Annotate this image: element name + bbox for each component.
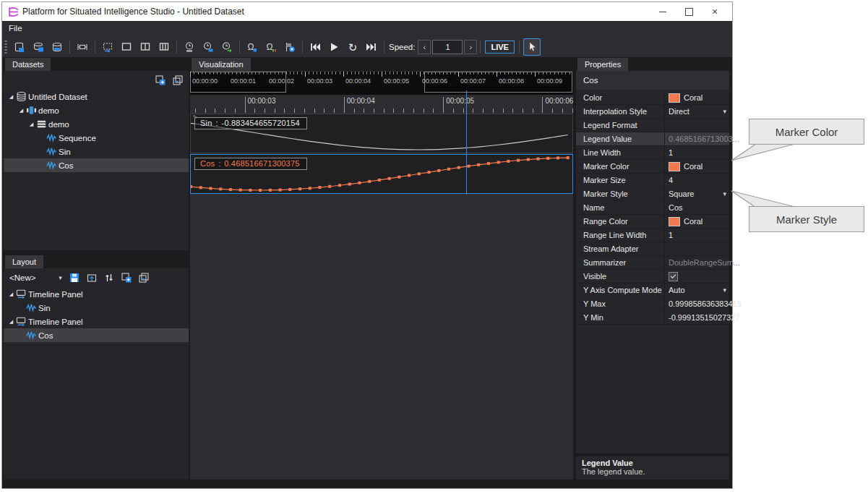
property-value-y-max[interactable]: 0.999858636383415 [664,297,742,310]
timing-relative-selection-start-button[interactable] [218,38,236,56]
increase-speed-button[interactable]: › [464,40,477,54]
instant-panel-1col-button[interactable] [118,38,135,56]
absolute-timing-button[interactable] [181,38,198,56]
color-swatch [669,93,680,103]
property-value-marker-size[interactable]: 4 [664,174,729,187]
property-value-marker-style[interactable]: Square▾ [664,187,729,200]
expand-all-button[interactable] [119,271,134,285]
ruler-label: 00:00:01 [231,77,256,85]
instant-panel-2col-button[interactable] [137,38,154,56]
zoom-to-selection-button[interactable]: Ω [262,38,280,56]
play-pause-button[interactable] [325,38,343,56]
tree-item-sequence[interactable]: Sequence [4,131,189,145]
clear-selection-button[interactable] [281,38,298,56]
instant-panel-3col-button[interactable] [155,38,173,56]
view-timeline-ruler[interactable]: 00:00:0300:00:0400:00:0500:00:06 [190,95,573,114]
save-layout-as-button[interactable] [84,271,100,285]
expander-icon[interactable]: ◢ [7,319,16,325]
toolbar-grip[interactable] [4,41,7,54]
expand-all-button[interactable] [152,73,168,88]
expander-icon[interactable]: ◢ [7,94,16,100]
chevron-down-icon[interactable]: ▾ [723,108,726,115]
absolute-timing-icon [184,41,195,53]
layout-select-dropdown-button[interactable]: ▾ [54,271,66,284]
cursor-mode-button[interactable] [523,38,541,56]
tree-item-demo[interactable]: ◢demo [4,103,189,117]
timeline-panel-cos[interactable]: Cos : 0.468516671300375 [190,154,573,194]
tree-item-untitled-dataset[interactable]: ◢Untitled Dataset [4,90,189,103]
ruler-tick [364,108,364,113]
timeline-panel-sin[interactable]: ∿ Sin : -0.883454655720154 [190,114,573,153]
session-timeline-ruler[interactable]: 00:00:0000:00:0100:00:0200:00:0300:00:04… [190,72,573,95]
speed-input[interactable]: 1 [432,40,463,54]
insert-timeline-panel-button[interactable] [74,38,91,56]
sort-streams-button[interactable] [101,271,117,285]
toggle-live-button[interactable]: LIVE [485,41,514,54]
tree-item-timeline-panel[interactable]: ◢Timeline Panel [4,287,189,301]
save-dataset-button[interactable] [48,38,66,56]
ruler-label: 00:00:03 [248,97,276,105]
menu-file[interactable]: File [2,22,29,35]
save-layout-button[interactable] [66,271,82,285]
collapse-all-button[interactable] [170,73,186,88]
property-value-y-axis-compute-mode[interactable]: Auto▾ [664,284,729,297]
ruler-tick [370,72,371,74]
title-bar[interactable]: Platform for Situated Intelligence Studi… [2,2,732,21]
tab-properties[interactable]: Properties [577,58,628,71]
property-value-marker-color[interactable]: Coral [664,160,729,173]
timing-relative-session-start-button[interactable] [199,38,217,56]
tab-datasets[interactable]: Datasets [5,58,51,71]
tree-item-cos[interactable]: Cos [4,328,189,342]
property-value-visible[interactable] [664,270,729,283]
ruler-tick [328,72,329,74]
decrease-speed-button[interactable]: ‹ [418,40,431,54]
property-value-range-line-width[interactable]: 1 [664,229,729,242]
property-value-color[interactable]: Coral [664,91,729,104]
expander-icon[interactable]: ◢ [17,108,26,114]
ruler-tick [481,72,482,74]
maximize-button[interactable] [676,3,702,20]
property-value-interpolation-style[interactable]: Direct▾ [664,105,729,118]
property-row-y-max: Y Max0.999858636383415 [576,297,729,311]
ruler-tick [463,108,464,113]
ruler-label: 00:00:04 [345,77,371,85]
open-store-button[interactable] [11,38,28,56]
ruler-tick [393,108,394,113]
move-to-selection-start-button[interactable] [306,38,324,56]
tree-item-demo[interactable]: ◢demo [4,117,189,131]
expander-icon[interactable]: ◢ [7,291,16,297]
tree-item-timeline-panel[interactable]: ◢Timeline Panel [4,315,189,328]
chevron-down-icon[interactable]: ▾ [723,190,726,197]
ruler-tick [347,72,348,74]
minimize-button[interactable] [650,3,676,20]
property-value-name[interactable]: Cos [664,201,729,214]
zoom-to-session-extents-button[interactable]: Ω [244,38,261,56]
collapse-all-button[interactable] [136,271,152,285]
property-value-stream-adapter[interactable] [664,242,729,255]
tab-visualization[interactable]: Visualization [192,58,251,71]
ruler-tick [340,72,340,74]
ruler-tick-major [245,97,246,113]
property-value-y-min[interactable]: -0.99913515027327 [664,311,739,324]
chevron-down-icon[interactable]: ▾ [723,286,726,294]
property-value-legend-value: 0.4685166713003... [664,132,739,145]
visible-checkbox[interactable] [669,272,678,281]
tree-item-sin[interactable]: Sin [4,301,189,315]
property-label: Range Line Width [576,229,664,242]
tab-layout[interactable]: Layout [5,255,43,268]
svg-text:Ω: Ω [248,42,254,52]
toggle-repeat-button[interactable]: ↻ [344,38,361,56]
property-value-range-color[interactable]: Coral [664,215,729,228]
layout-select[interactable]: <New> [9,273,35,282]
close-button[interactable]: × [702,3,728,20]
expander-icon[interactable]: ◢ [27,122,36,127]
tree-item-sin[interactable]: Sin [4,145,189,158]
property-value-legend-format[interactable] [664,119,729,132]
move-to-selection-end-button[interactable] [363,38,380,56]
property-value-line-width[interactable]: 1 [664,146,729,159]
timeline-cursor[interactable] [466,90,468,195]
insert-1cell-instant-panel-button[interactable] [99,38,116,56]
tree-item-label: Cos [38,331,53,340]
tree-item-cos[interactable]: Cos [4,158,189,172]
open-dataset-button[interactable] [30,38,47,56]
